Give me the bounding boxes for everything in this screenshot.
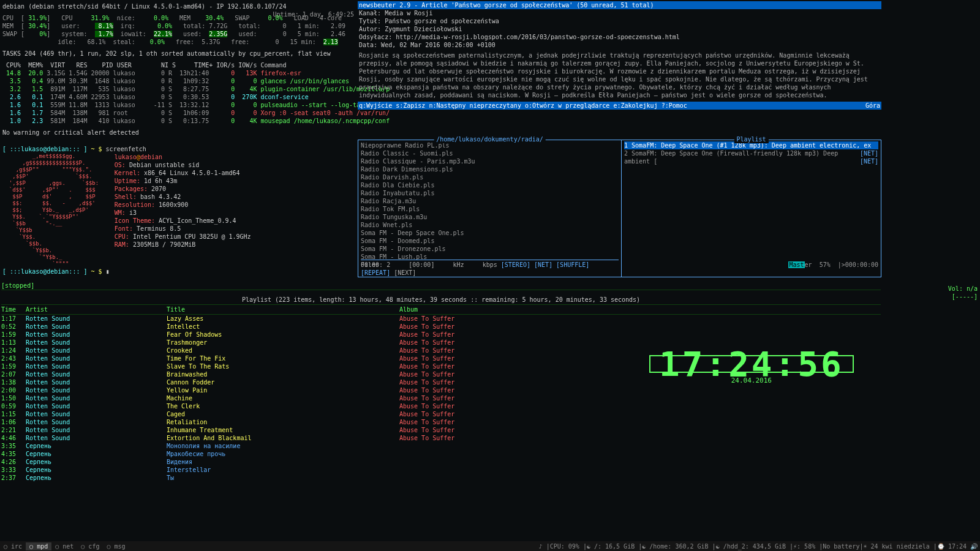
file-item[interactable]: Radio Classique - Paris.mp3.m3u xyxy=(361,157,619,165)
volume-indicator: Vol: n/a [-----] xyxy=(948,285,978,301)
file-item[interactable]: Soma FM - Dronezone.pls xyxy=(361,245,619,253)
debian-logo: _,met$$$$$gg. ,g$$$$$$$$$$$$$$$P. ,g$$P"… xyxy=(2,153,112,268)
proc-row[interactable]: 14.8 20.0 3.15G 1.54G 20000 lukaso 0 R 1… xyxy=(2,69,354,77)
track-row[interactable]: 1:06Rotten SoundRetaliationAbuse To Suff… xyxy=(1,418,881,426)
proc-row[interactable]: 3.5 0.4 99.0M 30.3M 1648 lukaso 0 R 1h09… xyxy=(2,77,354,85)
track-row[interactable]: 0:59Rotten SoundThe ClerkAbuse To Suffer xyxy=(1,402,881,410)
i3-bar[interactable]: ○ irc○ mpd○ net○ cfg○ msg ♪ |CPU: 09% |☯… xyxy=(0,541,980,551)
file-item[interactable]: Radio Tok FM.pls xyxy=(361,205,619,213)
host: debian (debian stretch/sid 64bit / Linux… xyxy=(2,3,287,10)
file-item[interactable]: Radio Classic - Suomi.pls xyxy=(361,149,619,157)
tasks-summary: TASKS 204 (469 thr), 1 run, 202 slp, 1 o… xyxy=(2,50,354,58)
track-row[interactable]: 1:50Rotten SoundMachineAbuse To Suffer xyxy=(1,394,881,402)
newsbeuter-panel: newsbeuter 2.9 - Article 'Państwo gorsze… xyxy=(358,1,881,136)
workspace-cfg[interactable]: ○ cfg xyxy=(77,542,103,550)
track-row[interactable]: 1:17Rotten SoundLazy AssesAbuse To Suffe… xyxy=(1,315,881,323)
track-row[interactable]: 1:15Rotten SoundCagedAbuse To Suffer xyxy=(1,410,881,418)
file-item[interactable]: Radio Tunguska.m3u xyxy=(361,213,619,221)
proc-head: CPU% MEM% VIRT RES PID USER NI S TIME+ I… xyxy=(2,61,354,69)
glances-panel: debian (debian stretch/sid 64bit / Linux… xyxy=(1,1,355,136)
track-row[interactable]: 3:35СерпеньМонополия на насилие xyxy=(1,442,881,450)
playlist-header: TimeArtist TitleAlbum xyxy=(1,305,881,315)
proc-row[interactable]: 1.6 1.7 584M 138M 981 root 0 S 1h06:09 0… xyxy=(2,109,354,117)
file-item[interactable]: Radio Inyabutatu.pls xyxy=(361,189,619,197)
file-item[interactable]: Soma FM - Doomed.pls xyxy=(361,237,619,245)
file-item[interactable]: Radio Dark Dimensions.pls xyxy=(361,165,619,173)
workspace-msg[interactable]: ○ msg xyxy=(103,542,129,550)
terminal-panel[interactable]: [ :::lukaso@debian::: ] ~ $ screenfetch … xyxy=(1,144,355,276)
clock-time: 17:24:56 xyxy=(649,355,854,373)
moc-panel[interactable]: /home/lukaso/dokumenty/radia/ Niepoprawn… xyxy=(358,140,881,277)
moc-master: Master 57% |>000:00:00 xyxy=(623,261,878,269)
news-title: newsbeuter 2.9 - Article 'Państwo gorsze… xyxy=(358,1,881,9)
track-row[interactable]: 2:00Rotten SoundYellow PainAbuse To Suff… xyxy=(1,386,881,394)
news-help: q:Wyjście s:Zapisz n:Następny nieprzeczy… xyxy=(358,102,881,110)
proc-row[interactable]: 2.6 0.1 174M 4.60M 22953 lukaso 0 S 0:30… xyxy=(2,93,354,101)
track-row[interactable]: 4:46Rotten SoundExtortion And BlackmailA… xyxy=(1,434,881,442)
proc-row[interactable]: 1.0 2.3 581M 184M 410 lukaso 0 S 0:13.75… xyxy=(2,117,354,125)
track-row[interactable]: 4:35СерпеньМракобесие прочь xyxy=(1,450,881,458)
prompt: [ :::lukaso@debian::: ] xyxy=(2,146,91,152)
bar-status: ♪ |CPU: 09% |☯ /: 16,5 GiB |☯ /home: 360… xyxy=(539,542,980,550)
proc-row[interactable]: 1.6 0.1 559M 11.8M 1313 lukaso -11 S 13:… xyxy=(2,101,354,109)
file-item[interactable]: Soma FM - Deep Space One.pls xyxy=(361,229,619,237)
proc-row[interactable]: 3.2 1.5 891M 117M 535 lukaso 0 S 8:27.75… xyxy=(2,85,354,93)
workspace-net[interactable]: ○ net xyxy=(51,542,77,550)
track-row[interactable]: 0:52Rotten SoundIntellectAbuse To Suffer xyxy=(1,323,881,331)
file-item[interactable]: Radio Racja.m3u xyxy=(361,197,619,205)
warn: No warning or critical alert detected xyxy=(2,129,354,137)
moc-path: /home/lukaso/dokumenty/radia/ xyxy=(434,135,546,143)
file-item[interactable]: Radio Wnet.pls xyxy=(361,221,619,229)
workspace-mpd[interactable]: ○ mpd xyxy=(26,542,51,550)
track-row[interactable]: 2:37СерпеньТы xyxy=(1,474,881,482)
track-row[interactable]: 1:59Rotten SoundFear Of ShadowsAbuse To … xyxy=(1,331,881,339)
file-item[interactable]: Radio Dla Ciebie.pls xyxy=(361,181,619,189)
track-row[interactable]: 2:21Rotten SoundInhumane TreatmentAbuse … xyxy=(1,426,881,434)
track-row[interactable]: 3:33СерпеньInterstellar xyxy=(1,466,881,474)
player-status: [stopped] xyxy=(1,282,881,290)
moc-time: 00:00 [00:00] kHz kbps [STEREO] [NET] [S… xyxy=(361,261,619,277)
workspace-irc[interactable]: ○ irc xyxy=(0,542,26,550)
article-body: Rosjanie są społeczeństwem paternalistyc… xyxy=(358,49,881,102)
playlist-summary: Playlist (223 items, length: 13 hours, 4… xyxy=(1,295,881,305)
clock-widget: 17:24:56 24.04.2016 xyxy=(649,355,854,384)
moc-playlist-title: Playlist xyxy=(734,135,768,143)
file-item[interactable]: Radio Darvish.pls xyxy=(361,173,619,181)
playlist-item[interactable]: 2 SomaFM: Deep Space One (Firewall-frien… xyxy=(624,149,878,165)
track-row[interactable]: 4:26СерпеньВидения xyxy=(1,458,881,466)
